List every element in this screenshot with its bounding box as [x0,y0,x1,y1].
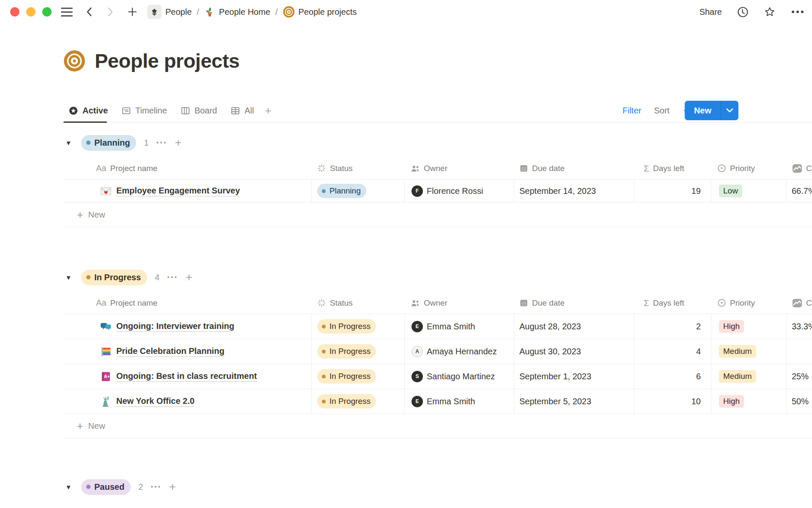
column-header-status[interactable]: Status [312,502,405,508]
project-name-link[interactable]: Employee Engagement Survey [116,186,240,196]
history-clock-icon[interactable] [737,6,749,18]
breadcrumb-home[interactable]: People Home [204,6,270,17]
column-header-owner[interactable]: Owner [405,157,514,179]
column-header-completion[interactable]: Completion [787,502,812,508]
column-header-priority[interactable]: Priority [711,292,787,314]
cell-priority[interactable]: High [711,389,787,414]
project-name-link[interactable]: Ongoing: Interviewer training [116,321,234,332]
cell-project-name[interactable]: New York Office 2.0 [63,389,312,414]
cell-owner[interactable]: FFlorence Rossi [405,179,514,202]
new-options-chevron-down-icon[interactable] [721,108,738,113]
cell-completion[interactable]: 25% [787,364,812,389]
column-header-priority[interactable]: Priority [711,157,787,179]
cell-owner[interactable]: EEmma Smith [405,389,514,414]
column-header-completion[interactable]: Completion [787,292,812,314]
group-pill-planning[interactable]: Planning [81,135,136,151]
cell-project-name[interactable]: Ongoing: Interviewer training [63,314,312,339]
cell-days-left[interactable]: 4 [634,339,711,364]
column-header-days-left[interactable]: ΣDays left [634,292,711,314]
new-tab-icon[interactable] [127,6,138,17]
collapse-group-icon[interactable]: ▼ [63,139,74,146]
table-row[interactable]: Employee Engagement Survey Planning FFlo… [63,179,812,203]
sort-button[interactable]: Sort [654,106,669,116]
column-header-due-date[interactable]: Due date [514,502,634,508]
cell-status[interactable]: In Progress [312,339,405,364]
tab-timeline[interactable]: Timeline [116,99,172,122]
zoom-window-button[interactable] [42,7,52,17]
group-pill-in-progress[interactable]: In Progress [81,270,147,285]
group-add-icon[interactable]: + [169,480,176,494]
table-row[interactable]: A+ Ongoing: Best in class recruitment In… [63,364,812,389]
group-add-icon[interactable]: + [186,271,192,284]
favorite-star-icon[interactable] [764,6,776,18]
group-more-icon[interactable]: ••• [167,273,178,281]
table-row[interactable]: Pride Celebration Planning In Progress A… [63,339,812,364]
cell-status[interactable]: Planning [312,179,405,202]
column-header-name[interactable]: AaProject name [63,292,312,314]
more-options-icon[interactable] [791,10,804,14]
page-target-icon[interactable] [63,50,85,72]
cell-priority[interactable]: Medium [711,364,787,389]
column-header-status[interactable]: Status [312,292,405,314]
cell-due-date[interactable]: August 28, 2023 [514,314,634,339]
cell-status[interactable]: In Progress [312,364,405,389]
breadcrumb-page[interactable]: People projects [283,6,357,18]
column-header-priority[interactable]: Priority [711,502,787,508]
cell-owner[interactable]: SSantiago Martinez [405,364,514,389]
cell-days-left[interactable]: 19 [634,179,711,202]
project-name-link[interactable]: Pride Celebration Planning [116,346,225,357]
column-header-due-date[interactable]: Due date [514,157,634,179]
cell-due-date[interactable]: September 1, 2023 [514,364,634,389]
cell-status[interactable]: In Progress [312,314,405,339]
project-name-link[interactable]: Ongoing: Best in class recruitment [116,371,257,382]
column-header-due-date[interactable]: Due date [514,292,634,314]
tab-all[interactable]: All [225,99,259,122]
new-record-split-button[interactable]: New [685,101,738,120]
cell-days-left[interactable]: 6 [634,364,711,389]
group-pill-paused[interactable]: Paused [81,479,131,495]
back-icon[interactable] [85,6,94,17]
column-header-status[interactable]: Status [312,157,405,179]
cell-due-date[interactable]: September 5, 2023 [514,389,634,414]
close-window-button[interactable] [10,7,19,17]
project-name-link[interactable]: New York Office 2.0 [116,396,195,407]
table-row[interactable]: Ongoing: Interviewer training In Progres… [63,314,812,339]
collapse-group-icon[interactable]: ▼ [63,483,74,491]
cell-owner[interactable]: EEmma Smith [405,314,514,339]
group-add-icon[interactable]: + [175,136,181,149]
cell-completion[interactable]: 50% [787,389,812,414]
new-record-button[interactable]: New [685,106,721,116]
column-header-days-left[interactable]: ΣDays left [634,157,711,179]
minimize-window-button[interactable] [26,7,36,17]
table-row[interactable]: New York Office 2.0 In Progress EEmma Sm… [63,389,812,414]
cell-completion[interactable]: 33.3% [787,314,812,339]
cell-project-name[interactable]: Employee Engagement Survey [63,179,312,202]
tab-board[interactable]: Board [176,99,222,122]
add-row-button[interactable]: + New [63,203,812,227]
cell-status[interactable]: In Progress [312,389,405,414]
collapse-group-icon[interactable]: ▼ [63,274,74,281]
add-view-button[interactable]: + [262,104,274,117]
tab-active[interactable]: Active [63,99,113,122]
add-row-button[interactable]: + New [63,414,812,439]
column-header-owner[interactable]: Owner [405,502,514,508]
cell-completion[interactable] [787,339,812,364]
column-header-owner[interactable]: Owner [405,292,514,314]
cell-priority[interactable]: Low [711,179,787,202]
forward-icon[interactable] [106,6,115,17]
sidebar-toggle-icon[interactable] [61,8,73,17]
filter-button[interactable]: Filter [623,106,641,116]
cell-owner[interactable]: AAmaya Hernandez [405,339,514,364]
cell-priority[interactable]: High [711,314,787,339]
group-more-icon[interactable]: ••• [156,139,167,146]
cell-days-left[interactable]: 2 [634,314,711,339]
breadcrumb-workspace[interactable]: People [147,5,192,19]
cell-priority[interactable]: Medium [711,339,787,364]
group-more-icon[interactable]: ••• [151,483,162,491]
cell-completion[interactable]: 66.7% [787,179,812,202]
cell-due-date[interactable]: September 14, 2023 [514,179,634,202]
cell-project-name[interactable]: Pride Celebration Planning [63,339,312,364]
cell-days-left[interactable]: 10 [634,389,711,414]
cell-due-date[interactable]: August 30, 2023 [514,339,634,364]
column-header-name[interactable]: AaProject name [63,157,312,179]
